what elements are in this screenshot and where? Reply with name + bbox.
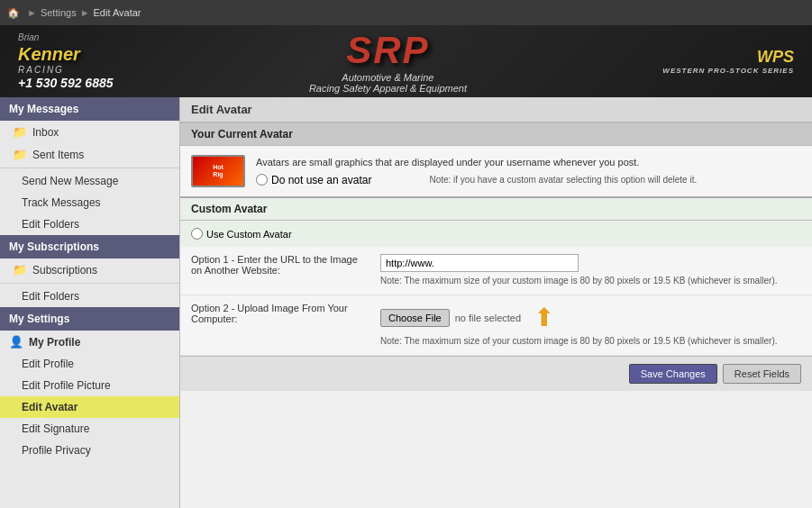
option1-content: Note: The maximum size of your custom im… <box>380 254 801 287</box>
banner-center: SRP Automotive & Marine Racing Safety Ap… <box>309 29 467 94</box>
banner-wps-logo: WPS <box>662 48 794 67</box>
use-custom-radio[interactable] <box>191 228 203 240</box>
folder-icon-sent: 📁 <box>13 148 27 161</box>
banner-sub1: Automotive & Marine <box>309 72 467 83</box>
section-current-avatar: Your Current Avatar <box>180 122 812 146</box>
sidebar-track-label: Track Messages <box>22 196 101 209</box>
main-layout: My Messages 📁 Inbox 📁 Sent Items Send Ne… <box>0 97 812 508</box>
no-avatar-row: Do not use an avatar Note: if you have a… <box>256 174 697 186</box>
sidebar-item-inbox[interactable]: 📁 Inbox <box>0 121 179 143</box>
banner-racing-text: RACING <box>18 65 114 76</box>
sidebar-editfolders2-label: Edit Folders <box>22 290 79 303</box>
no-avatar-label: Do not use an avatar <box>271 174 371 186</box>
use-custom-label: Use Custom Avatar <box>206 229 292 240</box>
banner-wps-sub: WESTERN PRO-STOCK SERIES <box>662 67 794 75</box>
sidebar-divider-2 <box>0 283 179 284</box>
current-avatar-image: HotRig <box>191 155 245 187</box>
option2-content: Choose File no file selected ⬆ Note: The… <box>380 303 801 348</box>
sidebar-item-edit-folders[interactable]: Edit Folders <box>0 213 179 235</box>
current-avatar-body: HotRig Avatars are small graphics that a… <box>180 146 812 196</box>
current-avatar-row: HotRig Avatars are small graphics that a… <box>191 155 801 187</box>
sidebar-editprofile-label: Edit Profile <box>22 358 74 370</box>
avatar-desc-block: Avatars are small graphics that are disp… <box>256 155 697 186</box>
content-body: Your Current Avatar HotRig Avatars are s… <box>180 122 812 391</box>
sidebar-subscriptions-header: My Subscriptions <box>0 235 179 259</box>
option1-row: Option 1 - Enter the URL to the Image on… <box>180 247 812 295</box>
option2-row: Option 2 - Upload Image From Your Comput… <box>180 295 812 356</box>
home-icon: 🏠 <box>7 7 20 19</box>
banner-right: WPS WESTERN PRO-STOCK SERIES <box>662 48 794 75</box>
option1-note: Note: The maximum size of your custom im… <box>380 275 801 287</box>
sidebar-item-edit-picture[interactable]: Edit Profile Picture <box>0 375 179 396</box>
sidebar-item-edit-profile[interactable]: Edit Profile <box>0 353 179 375</box>
sidebar-editavatar-label: Edit Avatar <box>22 401 78 413</box>
folder-icon: 📁 <box>13 125 27 139</box>
breadcrumb-bar: 🏠 ► Settings ► Edit Avatar <box>0 0 812 25</box>
arrow-up-indicator: ⬆ <box>534 303 554 332</box>
save-changes-button[interactable]: Save Changes <box>629 364 717 384</box>
no-avatar-note: Note: if you have a custom avatar select… <box>429 175 697 185</box>
sidebar-item-send-message[interactable]: Send New Message <box>0 170 179 192</box>
banner-phone: +1 530 592 6885 <box>18 76 114 91</box>
option2-note: Note: The maximum size of your custom im… <box>380 335 801 348</box>
reset-fields-button[interactable]: Reset Fields <box>723 364 801 384</box>
sidebar-settings-header: My Settings <box>0 307 179 331</box>
sidebar-section-messages: My Messages 📁 Inbox 📁 Sent Items Send Ne… <box>0 97 179 235</box>
sidebar-item-track[interactable]: Track Messages <box>0 192 179 213</box>
sidebar-profileprivacy-label: Profile Privacy <box>22 444 91 457</box>
sidebar-subscriptions-label: Subscriptions <box>32 264 97 277</box>
content-header: Edit Avatar <box>180 97 812 122</box>
sidebar-item-my-profile[interactable]: 👤 My Profile <box>0 331 179 353</box>
sidebar-editsig-label: Edit Signature <box>22 422 89 435</box>
option1-label: Option 1 - Enter the URL to the Image on… <box>191 254 380 276</box>
banner-sub2: Racing Safety Apparel & Equipment <box>309 83 467 94</box>
use-custom-avatar-row: Use Custom Avatar <box>180 221 812 247</box>
banner-srp-logo: SRP <box>309 29 467 72</box>
breadcrumb-current: Edit Avatar <box>94 7 141 18</box>
no-avatar-radio[interactable] <box>256 174 268 186</box>
avatar-description: Avatars are small graphics that are disp… <box>256 155 697 170</box>
sidebar-myprofile-label: My Profile <box>29 336 80 349</box>
option1-url-input[interactable] <box>380 254 579 272</box>
section-custom-avatar: Custom Avatar <box>180 196 812 221</box>
sidebar-item-edit-avatar[interactable]: Edit Avatar <box>0 396 179 418</box>
sidebar-inbox-label: Inbox <box>32 126 59 139</box>
option2-label: Option 2 - Upload Image From Your Comput… <box>191 303 380 324</box>
sidebar-item-subscriptions[interactable]: 📁 Subscriptions <box>0 259 179 281</box>
file-row: Choose File no file selected ⬆ <box>380 303 801 332</box>
sidebar-section-settings: My Settings 👤 My Profile Edit Profile Ed… <box>0 307 179 461</box>
sidebar-editfolders-label: Edit Folders <box>22 218 79 231</box>
action-bar: Save Changes Reset Fields <box>180 356 812 391</box>
sidebar-section-subscriptions: My Subscriptions 📁 Subscriptions Edit Fo… <box>0 235 179 307</box>
sidebar-sent-label: Sent Items <box>32 149 84 161</box>
sidebar-editpicture-label: Edit Profile Picture <box>22 379 111 392</box>
sidebar-messages-header: My Messages <box>0 97 179 121</box>
separator-1: ► <box>27 7 37 18</box>
banner-left-logo: Brian Kenner RACING +1 530 592 6885 <box>18 32 114 91</box>
sidebar-send-label: Send New Message <box>22 175 118 187</box>
sidebar: My Messages 📁 Inbox 📁 Sent Items Send Ne… <box>0 97 180 508</box>
choose-file-button[interactable]: Choose File <box>380 309 450 327</box>
no-file-label: no file selected <box>455 313 521 323</box>
separator-2: ► <box>80 7 90 18</box>
sidebar-item-sent[interactable]: 📁 Sent Items <box>0 143 179 166</box>
sidebar-item-edit-folders2[interactable]: Edit Folders <box>0 286 179 307</box>
breadcrumb-settings[interactable]: Settings <box>41 7 77 18</box>
banner-brand-name: Kenner <box>18 43 114 65</box>
sidebar-divider-1 <box>0 168 179 168</box>
sidebar-item-edit-signature[interactable]: Edit Signature <box>0 418 179 440</box>
folder-icon-subs: 📁 <box>13 263 27 277</box>
content-area: Edit Avatar Your Current Avatar HotRig A… <box>180 97 812 508</box>
sidebar-item-profile-privacy[interactable]: Profile Privacy <box>0 440 179 461</box>
banner: Brian Kenner RACING +1 530 592 6885 SRP … <box>0 25 812 97</box>
